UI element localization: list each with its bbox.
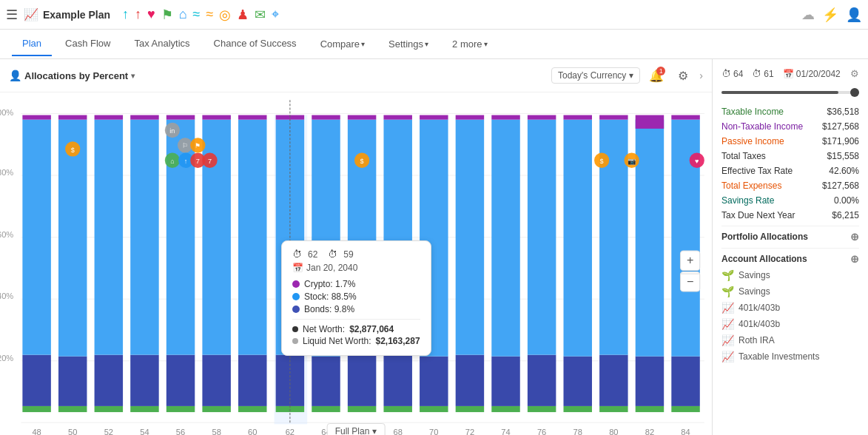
more-caret: ▾ xyxy=(484,40,488,48)
account-roth[interactable]: 📈 Roth IRA xyxy=(721,332,859,348)
data-row-passive: Passive Income $171,906 xyxy=(721,134,859,149)
svg-text:7: 7 xyxy=(208,158,212,165)
nav-icon-10[interactable]: ✉ xyxy=(255,7,266,23)
nav-icon-8[interactable]: ◎ xyxy=(219,7,231,23)
account-401k-2[interactable]: 📈 401k/403b xyxy=(721,316,859,332)
tab-plan[interactable]: Plan xyxy=(12,32,52,56)
bonds-dot xyxy=(292,306,300,313)
progress-track[interactable] xyxy=(721,91,859,94)
401k1-label: 401k/403b xyxy=(739,303,780,313)
currency-button[interactable]: Today's Currency ▾ xyxy=(551,67,640,84)
svg-text:62: 62 xyxy=(286,428,295,435)
svg-text:74: 74 xyxy=(501,428,510,435)
date-value: 01/20/2042 xyxy=(796,69,841,79)
svg-rect-26 xyxy=(130,115,158,120)
age-badge-2: ⏱ 61 xyxy=(752,68,773,79)
svg-rect-83 xyxy=(636,120,664,357)
svg-text:⌂: ⌂ xyxy=(170,158,174,165)
svg-rect-48 xyxy=(312,115,340,120)
svg-text:↑: ↑ xyxy=(184,158,188,165)
roth-label: Roth IRA xyxy=(739,335,775,345)
nav-icon-6[interactable]: ≈ xyxy=(193,7,201,22)
tooltip-header: ⏱ 62 ⏱ 59 xyxy=(292,249,420,260)
401k2-icon: 📈 xyxy=(721,318,734,330)
tab-bar: Plan Cash Flow Tax Analytics Chance of S… xyxy=(0,30,868,59)
filter-icon: ⚙ xyxy=(678,69,688,83)
full-plan-button[interactable]: Full Plan ▾ xyxy=(327,423,386,435)
nav-icon-7[interactable]: ≈ xyxy=(206,7,214,22)
filter-button[interactable]: ⚙ xyxy=(673,65,693,86)
svg-rect-84 xyxy=(636,115,664,129)
svg-text:−: − xyxy=(687,274,693,288)
stock-dot xyxy=(292,293,300,300)
svg-text:80%: 80% xyxy=(0,168,13,177)
tab-settings[interactable]: Settings ▾ xyxy=(378,33,439,55)
net-worth-dot xyxy=(292,326,298,332)
svg-text:100%: 100% xyxy=(0,108,13,117)
account-taxable-inv[interactable]: 📈 Taxable Investments xyxy=(721,348,859,365)
svg-text:84: 84 xyxy=(681,428,690,435)
tab-cashflow[interactable]: Cash Flow xyxy=(55,32,121,56)
svg-rect-22 xyxy=(95,115,123,120)
bolt-icon[interactable]: ⚡ xyxy=(822,7,838,23)
tab-compare[interactable]: Compare ▾ xyxy=(310,33,375,55)
nav-arrow[interactable]: › xyxy=(699,70,703,81)
panel-settings-icon[interactable]: ⚙ xyxy=(850,68,859,79)
nav-icon-11[interactable]: ⌖ xyxy=(272,7,279,22)
taxable-inv-label: Taxable Investments xyxy=(739,351,819,362)
svg-rect-73 xyxy=(563,406,591,412)
progress-bar xyxy=(721,88,859,97)
passive-income-value: $171,906 xyxy=(822,136,859,146)
account-label: Account Allocations xyxy=(721,254,807,264)
svg-text:$: $ xyxy=(71,146,75,153)
allocations-title: Allocations by Percent xyxy=(24,70,128,81)
svg-text:58: 58 xyxy=(212,428,221,435)
full-plan-label: Full Plan xyxy=(335,426,370,435)
nav-icon-9[interactable]: ♟ xyxy=(237,7,249,23)
savings1-label: Savings xyxy=(739,270,770,280)
svg-rect-71 xyxy=(528,120,556,355)
svg-text:40%: 40% xyxy=(0,291,13,300)
menu-icon[interactable]: ☰ xyxy=(6,7,18,23)
taxable-income-label: Taxable Income xyxy=(721,107,784,117)
svg-rect-12 xyxy=(22,355,50,406)
svg-rect-78 xyxy=(599,355,628,406)
bonds-label: Bonds: 9.8% xyxy=(304,304,354,314)
stock-label: Stock: 88.5% xyxy=(304,291,357,302)
svg-rect-68 xyxy=(491,115,519,120)
portfolio-add-icon[interactable]: ⊕ xyxy=(850,231,859,243)
nav-icon-1[interactable]: ↑ xyxy=(122,7,129,22)
nav-icon-3[interactable]: ♥ xyxy=(147,7,155,22)
user-icon[interactable]: 👤 xyxy=(846,7,862,23)
account-401k-1[interactable]: 📈 401k/403b xyxy=(721,300,859,316)
tab-tax[interactable]: Tax Analytics xyxy=(124,32,200,56)
age2-icon: ⏱ xyxy=(752,68,761,79)
tab-chance[interactable]: Chance of Success xyxy=(203,32,307,56)
tab-more[interactable]: 2 more ▾ xyxy=(442,33,497,55)
svg-rect-19 xyxy=(95,406,123,412)
nav-icon-5[interactable]: ⌂ xyxy=(179,7,187,22)
account-savings-2[interactable]: 🌱 Savings xyxy=(721,283,859,300)
progress-thumb xyxy=(850,88,859,97)
chart-container: 100% 80% 60% 40% 20% xyxy=(0,92,712,435)
roth-icon: 📈 xyxy=(721,334,734,346)
svg-rect-60 xyxy=(420,115,448,120)
svg-rect-56 xyxy=(383,115,411,120)
nav-icon-4[interactable]: ⚑ xyxy=(161,7,173,23)
svg-rect-23 xyxy=(130,406,158,412)
bell-button[interactable]: 🔔 1 xyxy=(646,65,667,86)
cloud-icon[interactable]: ☁ xyxy=(801,7,815,23)
age1-value: 64 xyxy=(733,69,743,79)
svg-rect-66 xyxy=(491,357,519,406)
toolbar-right: Today's Currency ▾ 🔔 1 ⚙ › xyxy=(551,65,703,86)
account-savings-1[interactable]: 🌱 Savings xyxy=(721,267,859,283)
svg-rect-37 xyxy=(238,120,266,355)
age-badge-1: ⏱ 64 xyxy=(721,68,743,79)
allocations-btn[interactable]: 👤 Allocations by Percent ▾ xyxy=(9,70,135,81)
date-icon: 📅 xyxy=(783,69,794,79)
nav-icon-2[interactable]: ↑ xyxy=(135,7,141,22)
svg-rect-18 xyxy=(58,115,87,120)
account-add-icon[interactable]: ⊕ xyxy=(850,253,859,265)
top-bar: ☰ 📈 Example Plan ↑ ↑ ♥ ⚑ ⌂ ≈ ≈ ◎ ♟ ✉ ⌖ ☁… xyxy=(0,0,868,30)
crypto-dot xyxy=(292,280,300,288)
